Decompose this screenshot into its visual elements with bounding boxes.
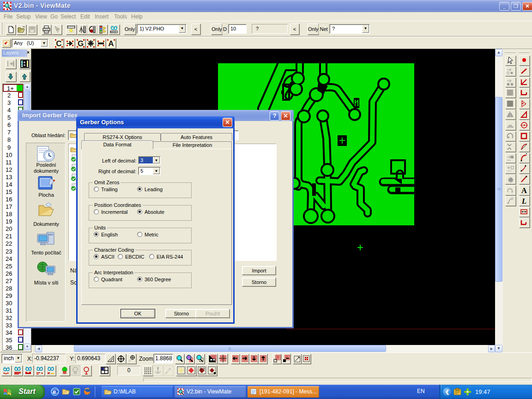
svg-text:e: e: [53, 388, 56, 395]
svg-text:x: x: [203, 367, 205, 370]
svg-text:C: C: [56, 39, 61, 48]
svg-text:L: L: [521, 197, 526, 206]
svg-text:A: A: [108, 39, 114, 48]
svg-text:G: G: [78, 39, 84, 48]
svg-text:?: ?: [56, 28, 60, 33]
svg-text:s: s: [200, 367, 201, 370]
svg-text:A: A: [521, 186, 527, 195]
